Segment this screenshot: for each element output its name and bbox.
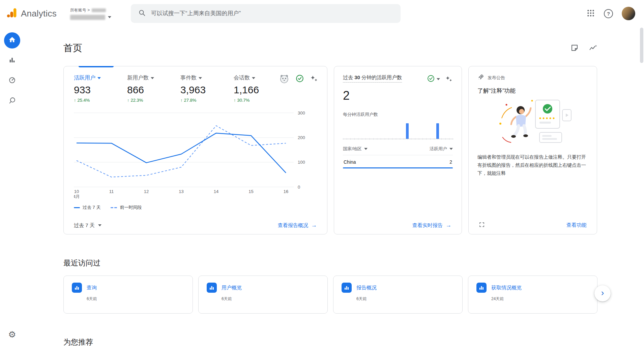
apps-grid-button[interactable] xyxy=(586,9,595,19)
realtime-active-users: 2 xyxy=(343,89,453,103)
recent-card-reports-snapshot[interactable]: 报告概况 6天前 xyxy=(333,276,463,314)
data-quality-button[interactable] xyxy=(295,74,304,84)
view-feature-link[interactable]: 查看功能 xyxy=(566,222,587,228)
per-minute-label: 每分钟活跃用户数 xyxy=(343,111,453,118)
sidebar-nav: ⚙ xyxy=(0,27,24,352)
recent-card-time: 6天前 xyxy=(356,296,454,302)
gear-icon: ⚙ xyxy=(8,330,16,339)
sidebar-item-home[interactable] xyxy=(4,32,20,49)
metric-value: 866 xyxy=(127,84,180,96)
announcement-badge: 发布公告 xyxy=(488,75,505,81)
note-icon xyxy=(570,44,579,53)
sidebar-item-reports[interactable] xyxy=(4,53,20,69)
chevron-down-icon xyxy=(151,77,154,79)
metric-tab-active-users[interactable]: 活跃用户 933 ↑25.4% xyxy=(74,74,127,103)
recent-card-queries[interactable]: 查询 6天前 xyxy=(63,276,193,314)
chevron-down-icon xyxy=(98,224,101,226)
recommended-section-title: 为您推荐 xyxy=(63,337,597,347)
legend-previous-period: 前一时间段 xyxy=(111,204,142,211)
country-column-header[interactable]: 国家/地区 xyxy=(343,146,368,152)
recent-card-acquisition-overview[interactable]: 获取情况概览 24天前 xyxy=(468,276,597,314)
svg-text:11: 11 xyxy=(109,189,114,194)
svg-text:4月: 4月 xyxy=(74,194,80,199)
recommended-section: 为您推荐 xyxy=(63,337,597,352)
recent-section-title: 最近访问过 xyxy=(63,258,597,268)
metric-delta: ↑27.8% xyxy=(180,98,234,103)
trend-line-chart: 3002001000101112131415164月 xyxy=(74,109,313,199)
realtime-bar-chart xyxy=(343,118,453,139)
overview-card: 活跃用户 933 ↑25.4% 新用户数 866 ↑22.3% 事件数 3,96… xyxy=(63,66,327,234)
recent-section: 最近访问过 查询 6天前 用户概览 xyxy=(63,258,597,314)
apps-grid-icon xyxy=(586,9,595,19)
analytics-logo[interactable]: Analytics xyxy=(6,7,57,20)
view-realtime-link[interactable]: 查看实时报告 → xyxy=(412,222,451,229)
expand-icon xyxy=(479,222,485,229)
search-input[interactable] xyxy=(151,10,393,17)
realtime-title: 过去 30 分钟的活跃用户数 xyxy=(343,74,402,83)
data-quality-dropdown[interactable] xyxy=(427,74,440,84)
users-cell: 2 xyxy=(449,159,452,165)
property-name-redacted xyxy=(70,15,105,20)
main-content: 首页 xyxy=(24,27,644,352)
chart-legend: 过去 7 天 前一时间段 xyxy=(74,204,317,211)
panda-icon[interactable] xyxy=(279,73,290,85)
rocket-icon xyxy=(477,74,484,82)
page-scrollbar xyxy=(640,28,643,352)
recent-card-time: 24天前 xyxy=(491,296,589,302)
report-chart-icon xyxy=(342,283,352,293)
recent-card-title: 用户概览 xyxy=(222,285,242,291)
announcement-illustration xyxy=(477,97,588,151)
product-name: Analytics xyxy=(21,8,57,19)
insights-sparkle-button[interactable] xyxy=(310,74,318,84)
recent-card-time: 6天前 xyxy=(87,296,184,302)
avatar[interactable] xyxy=(622,7,635,20)
metric-value: 3,963 xyxy=(180,84,234,96)
recent-card-user-overview[interactable]: 用户概览 6天前 xyxy=(198,276,328,314)
metric-delta: ↑30.7% xyxy=(234,98,287,103)
announcement-body: 编辑者和管理员现在可以在报告上做注释。只要打开有折线图的报告，然后在相应的折线图… xyxy=(477,153,588,177)
svg-text:15: 15 xyxy=(248,189,253,194)
expand-button[interactable] xyxy=(479,222,485,229)
svg-text:10: 10 xyxy=(74,189,79,194)
realtime-card: 过去 30 分钟的活跃用户数 xyxy=(334,66,462,234)
page-title: 首页 xyxy=(63,42,82,55)
legend-current-period: 过去 7 天 xyxy=(74,204,100,211)
chevron-down-icon xyxy=(437,78,440,80)
account-name-redacted xyxy=(92,8,106,12)
table-row: China 2 xyxy=(343,155,453,167)
search-bar[interactable] xyxy=(131,4,401,23)
chevron-down-icon xyxy=(199,77,202,79)
sidebar-item-admin[interactable]: ⚙ xyxy=(4,326,20,343)
scrollbar-thumb[interactable] xyxy=(640,28,643,63)
insights-button[interactable] xyxy=(589,44,597,53)
home-icon xyxy=(8,36,16,45)
chevron-down-icon xyxy=(364,148,368,150)
recent-card-title: 获取情况概览 xyxy=(491,285,522,291)
explore-gauge-icon xyxy=(8,76,16,85)
insights-sparkle-button[interactable] xyxy=(445,75,453,84)
metric-value: 1,166 xyxy=(234,84,287,96)
arrow-right-icon: → xyxy=(446,222,451,229)
next-cards-button[interactable]: › xyxy=(594,285,611,301)
report-chart-icon xyxy=(476,283,487,293)
notes-button[interactable] xyxy=(570,44,579,53)
date-range-selector[interactable]: 过去 7 天 xyxy=(74,222,101,229)
bar-chart-icon xyxy=(8,56,16,65)
sidebar-item-explore[interactable] xyxy=(4,73,20,89)
metric-tab-new-users[interactable]: 新用户数 866 ↑22.3% xyxy=(127,74,180,103)
account-switcher[interactable]: 所有账号 > xyxy=(70,7,114,20)
announcement-title: 了解“注释”功能 xyxy=(477,87,588,95)
country-cell: China xyxy=(344,159,356,165)
users-column-header[interactable]: 活跃用户 xyxy=(430,146,453,152)
advertising-icon xyxy=(8,97,16,105)
sidebar-item-advertising[interactable] xyxy=(4,93,20,109)
svg-text:100: 100 xyxy=(298,160,305,165)
app-header: Analytics 所有账号 > xyxy=(0,0,644,27)
view-reports-link[interactable]: 查看报告概况 → xyxy=(278,222,317,229)
recent-card-title: 查询 xyxy=(87,285,97,291)
dashed-line-swatch xyxy=(111,207,117,208)
help-icon[interactable]: ? xyxy=(604,9,613,18)
report-chart-icon xyxy=(207,283,217,293)
metric-tab-events[interactable]: 事件数 3,963 ↑27.8% xyxy=(180,74,234,103)
svg-text:0: 0 xyxy=(298,185,300,190)
